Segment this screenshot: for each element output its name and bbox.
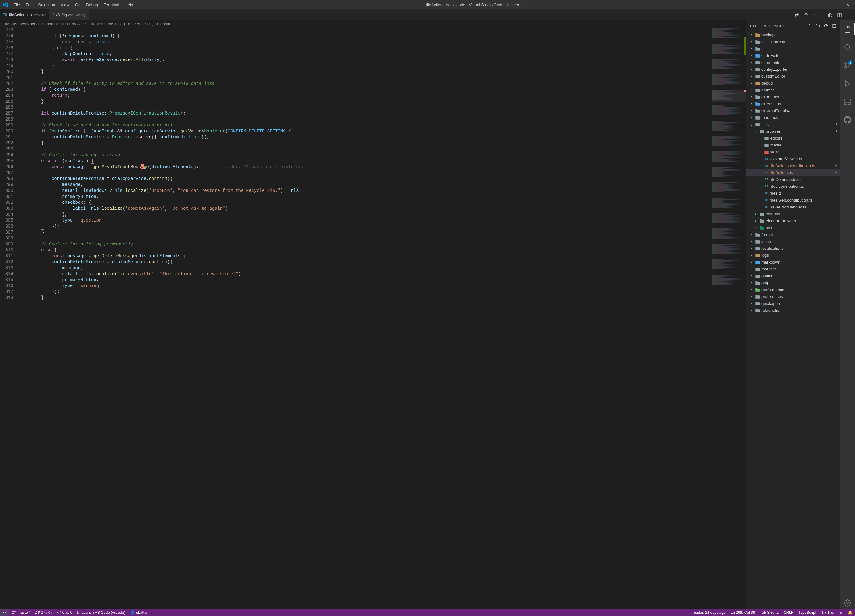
line-number[interactable]: 276 [0,45,13,51]
remote-indicator[interactable] [0,609,9,616]
compare-icon[interactable]: ⇄ [795,12,799,18]
twistie-icon[interactable]: › [749,232,754,237]
breadcrumb-item[interactable]: workbench [21,21,41,26]
code-line[interactable]: if (skipConfirm || (useTrash && configur… [20,128,712,134]
menu-selection[interactable]: Selection [36,3,57,7]
code-line[interactable] [20,170,712,176]
folder-configExporter[interactable]: ›configExporter [746,66,840,73]
folder-debug[interactable]: ›debug [746,80,840,86]
folder-browser[interactable]: ⌄browser [746,128,840,135]
search-activity-icon[interactable] [840,41,855,54]
folder-performance[interactable]: ›performance [746,286,840,293]
code-line[interactable]: checkbox: { [20,200,712,205]
code-line[interactable]: confirmDeletePromise = dialogService.con… [20,176,712,182]
folder-experiments[interactable]: ›experiments [746,93,840,100]
debug-launch[interactable]: ▷Launch VS Code (vscode) [75,609,128,616]
line-number[interactable]: 283 [0,87,13,93]
twistie-icon[interactable]: › [749,253,754,257]
code-line[interactable]: if (!response.confirmed) { [20,33,712,39]
folder-customEditor[interactable]: ›customEditor [746,73,840,80]
folder-backup[interactable]: ›backup [746,31,840,38]
new-folder-icon[interactable]: 🗀 [815,23,821,29]
code-line[interactable] [20,75,712,81]
code-line[interactable] [20,116,712,123]
git-sync[interactable]: 17↓ 0↑ [33,609,54,616]
folder-common[interactable]: ›common [746,210,840,217]
twistie-icon[interactable]: › [749,46,754,51]
line-number[interactable]: 287 [0,110,13,116]
code-line[interactable]: detail: nls.localize('irreversible', "Th… [20,271,712,277]
code-line[interactable]: if (!confirmed) { [20,87,712,93]
line-number[interactable]: 305 [0,218,13,224]
code-line[interactable]: skipConfirm = true; [20,51,712,57]
folder-outline[interactable]: ›outline [746,272,840,279]
line-number[interactable]: 308 [0,235,13,241]
twistie-icon[interactable]: › [758,136,763,140]
line-number[interactable]: 291 [0,134,13,140]
folder-files[interactable]: ⌄files [746,121,840,128]
code-line[interactable]: else if (useTrash) { [20,158,712,164]
twistie-icon[interactable]: › [758,143,763,147]
code-line[interactable]: }, [20,211,712,218]
code-line[interactable] [20,104,712,110]
code-line[interactable]: } [20,63,712,69]
line-number[interactable]: 297 [0,170,13,176]
menu-terminal[interactable]: Terminal [101,3,121,7]
github-activity-icon[interactable] [840,113,855,126]
folder-issue[interactable]: ›issue [746,238,840,245]
code-line[interactable]: } [20,140,712,146]
menu-help[interactable]: Help [123,3,136,7]
code-line[interactable]: } else { [20,45,712,51]
menu-view[interactable]: View [58,3,72,7]
menu-edit[interactable]: Edit [23,3,35,7]
code-editor[interactable]: 2732742752762772782792802812822832842852… [0,27,746,609]
folder-electron-browser[interactable]: ›electron-browser [746,217,840,224]
code-line[interactable]: else { [20,247,712,253]
folder-markers[interactable]: ›markers [746,265,840,272]
breadcrumb-item[interactable]: browser [72,21,86,26]
collapse-all-icon[interactable]: ⊟ [832,23,837,29]
problems[interactable]: ⓧ0 ⚠0 [55,609,75,616]
line-number[interactable]: 281 [0,75,13,81]
file-files-ts[interactable]: TSfiles.ts [746,190,840,196]
refresh-icon[interactable]: ⟳ [824,23,828,29]
file-files-contribution-ts[interactable]: TSfiles.contribution.ts [746,183,840,190]
breadcrumb-item[interactable]: message [157,21,174,26]
code-line[interactable]: // Confirm for moving to trash [20,152,712,158]
folder-comments[interactable]: ›comments [746,59,840,66]
twistie-icon[interactable]: › [753,211,758,216]
folder-extensions[interactable]: ›extensions [746,100,840,107]
twistie-icon[interactable]: ⌄ [753,129,758,133]
folder-cli[interactable]: ›cli [746,45,840,52]
line-number[interactable]: 282 [0,81,13,87]
folder-codeEditor[interactable]: ›codeEditor [746,52,840,59]
file-fileActions-ts[interactable]: TSfileActions.tsM [746,169,840,176]
code-line[interactable]: primaryButton, [20,194,712,200]
git-branch[interactable]: master* [9,609,33,616]
scm-activity-icon[interactable]: 3 [840,59,855,72]
line-number[interactable]: 304 [0,211,13,218]
minimap[interactable] [712,27,746,609]
line-number[interactable]: 280 [0,69,13,75]
line-number[interactable]: 307 [0,230,13,235]
folder-callHierarchy[interactable]: ›callHierarchy [746,38,840,45]
line-number[interactable]: 275 [0,39,13,45]
line-number[interactable]: 300 [0,188,13,194]
line-number[interactable]: 298 [0,176,13,182]
folder-relauncher[interactable]: ›relauncher [746,307,840,314]
twistie-icon[interactable]: › [749,294,754,299]
language-mode[interactable]: TypeScript [796,610,819,615]
file-tree[interactable]: ›backup›callHierarchy›cli›codeEditor›com… [746,31,840,609]
folder-markdown[interactable]: ›markdown [746,259,840,265]
toggle-icon[interactable]: ◐ [828,12,832,18]
folder-localizations[interactable]: ›localizations [746,245,840,252]
folder-format[interactable]: ›format [746,231,840,238]
menu-go[interactable]: Go [73,3,83,7]
twistie-icon[interactable]: › [749,74,754,78]
breadcrumb-item[interactable]: fileActions.ts [96,21,119,26]
feedback-icon[interactable]: ☺ [837,610,845,615]
line-number[interactable]: 299 [0,182,13,188]
discard-icon[interactable]: ↶ [804,12,808,18]
next-change-icon[interactable]: ↓ [820,12,823,18]
code-line[interactable] [20,27,712,33]
